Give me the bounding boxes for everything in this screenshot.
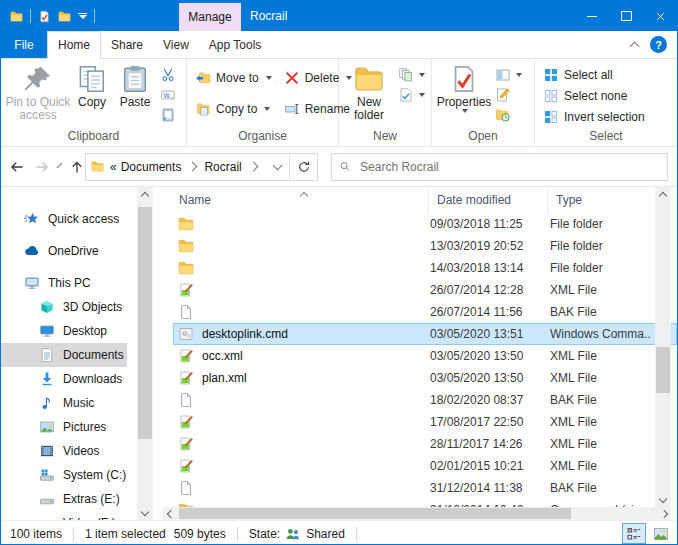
scrollbar-thumb[interactable] [138,207,152,439]
new-item-button[interactable] [395,65,428,84]
file-row[interactable]: 17/08/2017 22:50 XML File [173,411,677,433]
tab-file[interactable]: File [1,31,47,58]
paste-shortcut-button[interactable] [157,105,179,124]
breadcrumb-rocrail[interactable]: Rocrail [202,160,243,174]
tab-manage[interactable]: Manage [179,3,241,31]
sidebar-scrollbar[interactable] [137,187,153,520]
divider [356,527,357,542]
breadcrumb-separator-icon[interactable] [244,163,263,170]
folder-icon[interactable] [10,10,23,23]
tab-share[interactable]: Share [101,31,153,58]
scroll-up-icon[interactable] [137,187,153,202]
tab-home[interactable]: Home [47,31,101,59]
address-dropdown-icon[interactable] [266,160,289,174]
close-button[interactable] [643,1,677,31]
column-header-name[interactable]: Name [153,187,429,213]
breadcrumb-documents[interactable]: Documents [119,160,184,174]
file-row[interactable]: 31/12/2014 11:38 BAK File [173,477,677,499]
quick-access-toolbar [1,9,95,23]
copy-button[interactable]: Copy [71,61,113,109]
thumbnail-view-button[interactable] [649,523,673,544]
sidebar-item[interactable]: Documents [1,343,127,367]
file-row[interactable]: 26/07/2014 11:56 BAK File [173,301,677,323]
address-bar[interactable]: « Documents Rocrail [85,153,318,181]
up-button[interactable] [69,159,85,175]
sidebar-item[interactable]: This PC [1,271,127,295]
history-button[interactable] [492,105,525,124]
sidebar-item[interactable]: Music [1,391,127,415]
select-all-button[interactable]: Select all [539,64,617,85]
properties-button[interactable]: Properties [436,61,492,113]
sidebar-item[interactable]: Video (F:) [1,511,127,520]
breadcrumb-separator-icon[interactable] [183,163,202,170]
list-horizontal-scrollbar[interactable] [163,507,671,520]
minimize-ribbon-icon[interactable] [630,41,640,51]
file-row[interactable]: 14/03/2018 13:14 File folder [173,257,677,279]
copy-path-button[interactable] [157,85,179,104]
scroll-up-icon[interactable] [655,187,671,202]
shared-people-icon [285,526,301,543]
file-row[interactable]: 26/07/2014 12:28 XML File [173,279,677,301]
tab-view[interactable]: View [153,31,199,58]
paste-button[interactable]: Paste [113,61,157,109]
file-row[interactable]: 09/03/2018 11:25 File folder [173,213,677,235]
sidebar-item[interactable]: OneDrive [1,239,127,263]
customize-toolbar-icon[interactable] [78,13,87,20]
help-icon[interactable]: ? [650,36,667,53]
sidebar-item-icon [39,491,55,507]
search-input[interactable] [358,159,660,175]
minimize-button[interactable] [575,1,609,31]
new-folder-button[interactable]: New folder [343,61,395,122]
details-view-button[interactable] [622,523,646,544]
file-row[interactable]: occ.xml 03/05/2020 13:50 XML File [173,345,677,367]
folder-icon[interactable] [58,10,71,23]
sidebar-item[interactable]: Pictures [1,415,127,439]
file-row[interactable]: plan.xml 03/05/2020 13:50 XML File [173,367,677,389]
edit-button[interactable] [492,85,525,104]
select-none-button[interactable]: Select none [539,85,631,106]
scroll-right-icon[interactable] [656,507,671,520]
cut-button[interactable] [157,65,179,84]
sidebar-item[interactable]: Downloads [1,367,127,391]
sidebar-item[interactable]: Extras (E:) [1,487,127,511]
recent-locations-icon[interactable] [57,163,63,169]
sidebar-item[interactable]: 3D Objects [1,295,127,319]
scroll-down-icon[interactable] [137,505,153,520]
breadcrumb-overflow[interactable]: « [108,160,119,174]
pin-to-quick-access-button[interactable]: Pin to Quick access [5,61,71,122]
invert-selection-button[interactable]: Invert selection [539,106,649,127]
copy-to-button[interactable]: Copy to [191,98,276,120]
file-row[interactable]: 13/03/2019 20:52 File folder [173,235,677,257]
sidebar-item[interactable]: Videos [1,439,127,463]
open-button[interactable] [492,65,525,84]
scroll-left-icon[interactable] [163,507,178,520]
column-header-date-modified[interactable]: Date modified [429,187,548,213]
tab-app-tools[interactable]: App Tools [199,31,271,58]
scroll-down-icon[interactable] [655,492,671,507]
maximize-button[interactable] [609,1,643,31]
sidebar-item[interactable]: Quick access [1,207,127,231]
file-icon [178,480,194,496]
back-button[interactable] [9,159,25,175]
file-rows: 09/03/2018 11:25 File folder 13/03/2019 … [153,213,677,520]
scrollbar-thumb[interactable] [656,347,670,393]
list-vertical-scrollbar[interactable] [655,187,671,507]
sidebar-item[interactable]: Desktop [1,319,127,343]
file-row[interactable]: desktoplink.cmd 03/05/2020 13:51 Windows… [173,323,677,345]
sort-ascending-icon [301,188,307,202]
move-to-button[interactable]: Move to [191,67,276,89]
new-group: New folder New [339,59,432,146]
refresh-button[interactable] [290,154,317,180]
easy-access-button[interactable] [395,85,428,104]
file-name: occ.xml [202,349,243,363]
forward-button[interactable] [34,159,50,175]
sidebar-item[interactable]: System (C:) [1,463,127,487]
properties-check-icon[interactable] [38,10,51,23]
scissors-icon [160,67,176,83]
file-row[interactable]: 28/11/2017 14:26 XML File [173,433,677,455]
file-row[interactable]: 18/02/2020 08:37 BAK File [173,389,677,411]
scrollbar-thumb[interactable] [179,508,571,519]
file-row[interactable]: 02/01/2015 10:21 XML File [173,455,677,477]
main-area: Quick access OneDrive This PC 3D Objects [1,187,677,520]
sidebar-item-label: 3D Objects [63,300,122,314]
